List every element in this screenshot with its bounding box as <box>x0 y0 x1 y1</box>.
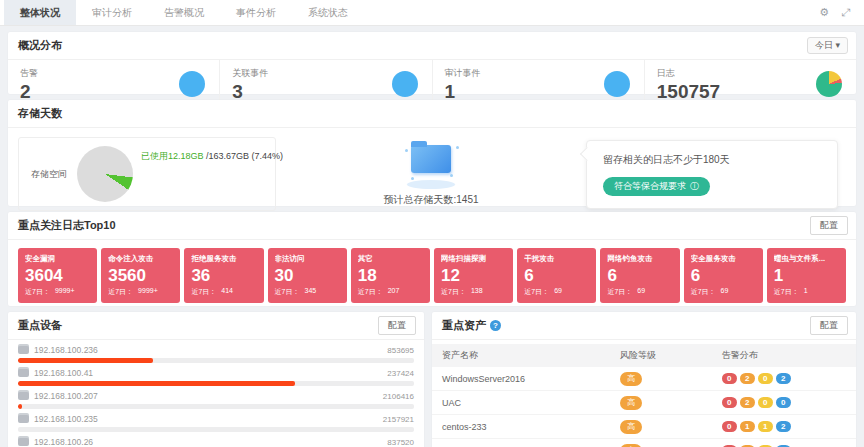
alert-donut-icon <box>179 71 205 97</box>
device-icon <box>18 369 29 377</box>
asset-row[interactable]: centos-233 高 0 1 1 2 <box>432 415 856 439</box>
device-count: 853695 <box>387 346 414 355</box>
recent-label: 近7日： <box>774 287 799 297</box>
device-ip: 192.168.100.236 <box>34 345 387 355</box>
log-card-title: 安全服务攻击 <box>691 254 756 264</box>
asset-row[interactable]: WindowsServer2016 高 0 2 0 2 <box>432 367 856 391</box>
device-row[interactable]: 192.168.100.26 837520 <box>18 437 414 447</box>
compliance-badge-label: 符合等保合规要求 <box>614 180 686 193</box>
date-range-dropdown[interactable]: 今日 ▾ <box>807 37 848 54</box>
expand-icon[interactable]: ⤢ <box>841 6 850 19</box>
low-count-badge: 2 <box>776 421 791 432</box>
help-icon[interactable]: ? <box>490 320 501 331</box>
device-row[interactable]: 192.168.100.236 853695 <box>18 345 414 363</box>
log-card-value: 6 <box>691 266 756 286</box>
retention-note: 留存相关的日志不少于180天 <box>603 153 821 167</box>
overview-section: 概况分布 今日 ▾ 告警 2 关联事件 3 审计事 <box>8 32 856 94</box>
device-bar-fill <box>18 404 22 409</box>
device-ip: 192.168.100.207 <box>34 391 383 401</box>
compliance-badge-button[interactable]: 符合等保合规要求 ⓘ <box>603 177 710 196</box>
log-card-title: 非法访问 <box>275 254 340 264</box>
log-card[interactable]: 网络钓鱼攻击 6 近7日：69 <box>600 248 679 303</box>
recent-value: 9999+ <box>138 287 158 297</box>
log-card[interactable]: 拒绝服务攻击 36 近7日：414 <box>184 248 263 303</box>
chevron-down-icon: ▾ <box>835 40 840 50</box>
storage-pie-chart <box>77 146 133 202</box>
assets-table: 资产名称 风险等级 告警分布 WindowsServer2016 高 0 2 0… <box>432 344 856 447</box>
devices-config-button[interactable]: 配置 <box>378 316 416 335</box>
log-card[interactable]: 蠕虫与文件系... 1 近7日：1 <box>767 248 846 303</box>
device-row[interactable]: 192.168.100.207 2106416 <box>18 391 414 409</box>
stat-label: 告警 <box>20 67 38 80</box>
device-icon <box>18 415 29 423</box>
log-card[interactable]: 干扰攻击 6 近7日：69 <box>517 248 596 303</box>
log-card-title: 拒绝服务攻击 <box>191 254 256 264</box>
gear-icon[interactable]: ⚙ <box>819 6 829 19</box>
storage-space-label: 存储空间 <box>31 168 67 181</box>
log-card[interactable]: 非法访问 30 近7日：345 <box>268 248 347 303</box>
device-row[interactable]: 192.168.100.41 237424 <box>18 368 414 386</box>
assets-title: 重点资产 <box>442 318 486 333</box>
recent-label: 近7日： <box>441 287 466 297</box>
recent-label: 近7日： <box>691 287 716 297</box>
assets-config-button[interactable]: 配置 <box>810 316 848 335</box>
asset-name: WindowsServer2016 <box>432 367 610 391</box>
asset-name: centos-233 <box>432 415 610 439</box>
recent-value: 1 <box>804 287 808 297</box>
log-card[interactable]: 安全服务攻击 6 近7日：69 <box>684 248 763 303</box>
recent-value: 69 <box>721 287 729 297</box>
device-icon <box>18 346 29 354</box>
log-card[interactable]: 命令注入攻击 3560 近7日：9999+ <box>101 248 180 303</box>
recent-label: 近7日： <box>108 287 133 297</box>
asset-row[interactable]: UAC 高 0 2 0 0 <box>432 391 856 415</box>
low-count-badge: 2 <box>776 373 791 384</box>
device-count: 2157921 <box>383 415 414 424</box>
stat-label: 日志 <box>657 67 720 80</box>
log-card-title: 命令注入攻击 <box>108 254 173 264</box>
log-card-value: 6 <box>524 266 589 286</box>
medium-count-badge: 0 <box>758 397 773 408</box>
recent-label: 近7日： <box>25 287 50 297</box>
tab-alert-overview[interactable]: 告警概况 <box>148 0 220 25</box>
stat-value: 150757 <box>657 82 720 102</box>
col-alert-distribution: 告警分布 <box>712 344 856 367</box>
risk-badge: 高 <box>620 372 642 386</box>
risk-badge: 高 <box>620 420 642 434</box>
recent-label: 近7日： <box>358 287 383 297</box>
tab-overall-status[interactable]: 整体状况 <box>4 0 76 25</box>
recent-value: 414 <box>221 287 233 297</box>
alert-distribution: 0 2 0 2 <box>722 373 846 384</box>
log-card[interactable]: 安全漏洞 3604 近7日：9999+ <box>18 248 97 303</box>
stat-label: 审计事件 <box>445 67 481 80</box>
tab-system-status[interactable]: 系统状态 <box>292 0 364 25</box>
overview-title: 概况分布 <box>8 32 856 60</box>
risk-badge: 高 <box>620 444 642 447</box>
recent-label: 近7日： <box>275 287 300 297</box>
log-card-value: 36 <box>191 266 256 286</box>
compliance-bubble: 留存相关的日志不少于180天 符合等保合规要求 ⓘ <box>586 140 838 209</box>
high-count-badge: 2 <box>740 397 755 408</box>
tab-event-analysis[interactable]: 事件分析 <box>220 0 292 25</box>
device-row[interactable]: 192.168.100.235 2157921 <box>18 414 414 432</box>
top10-config-button[interactable]: 配置 <box>810 216 848 235</box>
tab-audit-analysis[interactable]: 审计分析 <box>76 0 148 25</box>
log-card[interactable]: 其它 18 近7日：207 <box>351 248 430 303</box>
device-bar-track <box>18 358 414 363</box>
stat-label: 关联事件 <box>232 67 268 80</box>
top10-section: 重点关注日志Top10 配置 安全漏洞 3604 近7日：9999+ 命令注入攻… <box>8 212 856 306</box>
log-card-title: 其它 <box>358 254 423 264</box>
devices-title: 重点设备 <box>8 312 424 340</box>
log-pie-chart-icon <box>816 71 842 97</box>
storage-section: 存储天数 存储空间 已使用12.18GB /163.67GB (7.44%) <box>8 100 856 206</box>
critical-count-badge: 0 <box>722 373 737 384</box>
top-nav: 整体状况 审计分析 告警概况 事件分析 系统状态 ⚙ ⤢ <box>0 0 864 26</box>
estimated-storage-days: 预计总存储天数:1451 <box>383 193 478 207</box>
top10-title: 重点关注日志Top10 <box>8 212 856 240</box>
log-card-value: 3560 <box>108 266 173 286</box>
medium-count-badge: 0 <box>758 373 773 384</box>
recent-value: 69 <box>554 287 562 297</box>
log-card[interactable]: 网络扫描探测 12 近7日：138 <box>434 248 513 303</box>
col-risk-level: 风险等级 <box>610 344 712 367</box>
recent-value: 69 <box>637 287 645 297</box>
asset-row[interactable]: Windows7 高 0 1 0 2 <box>432 439 856 447</box>
